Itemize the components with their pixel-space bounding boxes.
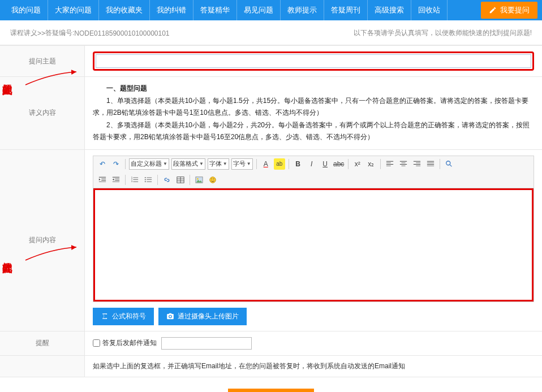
nav-my-questions[interactable]: 我的问题 — [5, 0, 48, 20]
select-fontsize[interactable]: 字号▼ — [231, 158, 253, 170]
zoom-icon[interactable] — [444, 158, 455, 170]
strike-icon[interactable]: abc — [333, 158, 345, 170]
email-notify-label: 答复后发邮件通知 — [102, 338, 157, 348]
image-icon[interactable] — [193, 174, 205, 186]
email-notify-checkbox[interactable] — [93, 339, 100, 347]
breadcrumb-bar: 课程讲义 >> 答疑编号: NODE01185900010100000101 以… — [0, 20, 542, 45]
label-lecture: 讲义内容 — [0, 77, 85, 149]
svg-point-0 — [446, 161, 450, 165]
label-empty — [0, 356, 85, 377]
svg-text:3: 3 — [131, 180, 132, 182]
pencil-icon — [489, 6, 497, 14]
unordered-list-icon[interactable] — [143, 174, 154, 186]
email-hint-text: 如果选中上面的复选框，并正确填写Email地址，在您的问题被答复时，将收到系统自… — [85, 356, 542, 377]
row-subject: 提问主题 — [0, 45, 542, 76]
svg-point-4 — [145, 177, 146, 178]
breadcrumb-node-id: NODE01185900010100000101 — [74, 29, 169, 37]
ask-question-button[interactable]: 我要提问 — [481, 2, 537, 19]
svg-point-5 — [145, 179, 146, 180]
bold-icon[interactable]: B — [292, 158, 304, 170]
nav-advanced-search[interactable]: 高级搜索 — [368, 0, 411, 20]
align-center-icon[interactable] — [398, 158, 409, 170]
label-subject: 提问主题 — [0, 46, 85, 76]
svg-point-6 — [145, 181, 146, 182]
svg-point-12 — [213, 179, 214, 179]
camera-upload-button[interactable]: 通过摄像头上传图片 — [158, 308, 247, 325]
nav-corrections[interactable]: 我的纠错 — [150, 0, 193, 20]
label-body: 提问内容 — [0, 150, 85, 331]
undo-icon[interactable]: ↶ — [97, 158, 108, 170]
svg-point-10 — [210, 177, 216, 183]
nav-all-questions[interactable]: 大家的问题 — [48, 0, 99, 20]
row-body: 提问内容 ↶ ↷ 自定义标题▼ 段落格式▼ 字体▼ 字号▼ A ab B I — [0, 149, 542, 331]
ordered-list-icon[interactable]: 123 — [129, 174, 140, 186]
editor-body[interactable] — [93, 188, 534, 301]
ask-question-label: 我要提问 — [500, 5, 530, 15]
lecture-p2: 2、多项选择题（本类题共10小题，每小题2分，共20分。每小题备选答案中，有两个… — [93, 119, 534, 144]
label-reminder: 提醒 — [0, 331, 85, 355]
lecture-heading: 一、题型问题 — [106, 84, 147, 92]
subject-input[interactable] — [96, 54, 531, 68]
submit-row: 提问 — [0, 377, 542, 392]
breadcrumb-node-label: 答疑编号: — [45, 28, 74, 38]
select-paragraph[interactable]: 段落格式▼ — [171, 158, 205, 170]
nav-favorites[interactable]: 我的收藏夹 — [99, 0, 150, 20]
indent-left-icon[interactable] — [97, 174, 108, 186]
formula-button-label: 公式和符号 — [112, 312, 146, 321]
formula-button[interactable]: 公式和符号 — [93, 308, 154, 325]
row-lecture: 讲义内容 一、题型问题 1、单项选择题（本类题共10小题，每小题1.5分，共15… — [0, 76, 542, 149]
email-input[interactable] — [161, 337, 252, 350]
form-area: 此处输入提问主题 此处输入提问内容 提问主题 讲义内容 一、题型问题 1、单项选… — [0, 45, 542, 392]
nav-essence[interactable]: 答疑精华 — [193, 0, 237, 20]
subject-highlight-box — [93, 51, 534, 71]
form-hint: 以下各项请学员认真填写，以便教师能快速的找到提问原题! — [354, 28, 532, 38]
nav-teacher-tips[interactable]: 教师提示 — [281, 0, 324, 20]
select-font[interactable]: 字体▼ — [208, 158, 229, 170]
nav-common[interactable]: 易见问题 — [237, 0, 281, 20]
editor-toolbar: ↶ ↷ 自定义标题▼ 段落格式▼ 字体▼ 字号▼ A ab B I U abc — [93, 156, 534, 188]
italic-icon[interactable]: I — [306, 158, 317, 170]
formula-icon — [101, 312, 109, 320]
lecture-content: 一、题型问题 1、单项选择题（本类题共10小题，每小题1.5分，共15分。每小题… — [85, 77, 542, 149]
font-color-icon[interactable]: A — [260, 158, 272, 170]
svg-point-9 — [197, 178, 199, 180]
superscript-icon[interactable]: x² — [352, 158, 363, 170]
top-nav: 我的问题 大家的问题 我的收藏夹 我的纠错 答疑精华 易见问题 教师提示 答疑周… — [0, 0, 542, 20]
nav-weekly[interactable]: 答疑周刊 — [324, 0, 368, 20]
svg-point-11 — [212, 179, 212, 179]
align-justify-icon[interactable] — [425, 158, 436, 170]
link-icon[interactable] — [161, 174, 173, 186]
nav-recycle[interactable]: 回收站 — [411, 0, 448, 20]
redo-icon[interactable]: ↷ — [110, 158, 122, 170]
breadcrumb-sep: >> — [37, 29, 45, 37]
select-title[interactable]: 自定义标题▼ — [129, 158, 169, 170]
emoji-icon[interactable] — [207, 174, 218, 186]
row-reminder: 提醒 答复后发邮件通知 — [0, 331, 542, 355]
align-left-icon[interactable] — [384, 158, 395, 170]
row-email-hint: 如果选中上面的复选框，并正确填写Email地址，在您的问题被答复时，将收到系统自… — [0, 355, 542, 377]
lecture-p1: 1、单项选择题（本类题共10小题，每小题1.5分，共15分。每小题备选答案中，只… — [93, 95, 534, 119]
indent-right-icon[interactable] — [110, 174, 122, 186]
rich-editor: ↶ ↷ 自定义标题▼ 段落格式▼ 字体▼ 字号▼ A ab B I U abc — [93, 156, 534, 302]
camera-icon — [166, 312, 174, 320]
camera-button-label: 通过摄像头上传图片 — [178, 312, 239, 321]
table-icon[interactable] — [175, 174, 186, 186]
submit-button[interactable]: 提问 — [228, 389, 314, 392]
highlight-icon[interactable]: ab — [274, 158, 285, 170]
align-right-icon[interactable] — [411, 158, 423, 170]
subscript-icon[interactable]: x₂ — [365, 158, 377, 170]
underline-icon[interactable]: U — [320, 158, 331, 170]
breadcrumb-course: 课程讲义 — [10, 28, 37, 38]
